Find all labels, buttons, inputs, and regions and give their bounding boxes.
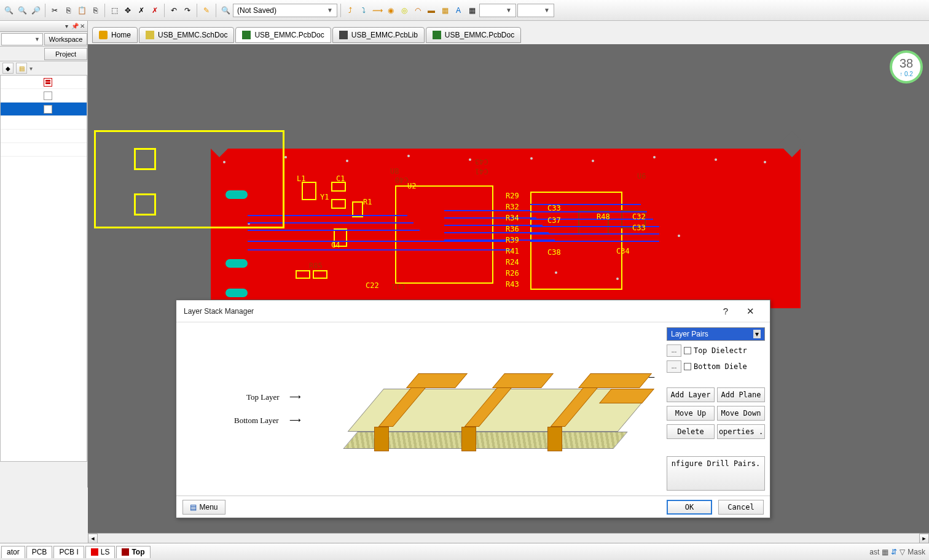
menu-button[interactable]: ▤ Menu xyxy=(182,500,225,515)
tab-ator[interactable]: ator xyxy=(1,546,25,558)
project-button[interactable]: Project xyxy=(44,48,87,60)
configure-drill-pairs-button[interactable]: nfigure Drill Pairs. xyxy=(667,456,765,491)
workspace-button[interactable]: Workspace xyxy=(44,33,87,45)
zoom-fit-icon[interactable]: 🔍 xyxy=(2,4,15,17)
pad xyxy=(225,289,248,297)
schdoc-icon xyxy=(146,31,154,39)
delete-button[interactable]: Delete xyxy=(667,424,715,439)
move-up-button[interactable]: Move Up xyxy=(667,406,715,421)
chevron-down-icon: ▼ xyxy=(327,7,333,14)
stats-badge: 38 ↑ 0.2 xyxy=(890,50,923,84)
scroll-right-button[interactable]: ► xyxy=(919,534,929,543)
updown-icon[interactable]: ⇵ xyxy=(891,548,897,556)
component-icon[interactable]: ▦ xyxy=(466,4,478,17)
workspace-combo[interactable]: ▼ xyxy=(1,33,43,45)
document-tabs: Home USB_EMMC.SchDoc USB_EMMC.PcbDoc USB… xyxy=(92,27,521,43)
paste-icon[interactable]: 📋 xyxy=(76,4,88,17)
pad-icon[interactable]: ◎ xyxy=(398,4,410,17)
duplicate-icon[interactable]: ⎘ xyxy=(89,4,101,17)
clear-icon[interactable]: ✗ xyxy=(149,4,161,17)
tab-pcbdoc-2[interactable]: USB_EMMC.PcbDoc xyxy=(426,27,521,43)
route-icon[interactable]: ⤴ xyxy=(344,4,356,17)
pcbdoc-icon xyxy=(242,31,251,39)
redo-icon[interactable]: ↷ xyxy=(181,4,194,17)
via-icon[interactable]: ◉ xyxy=(385,4,397,17)
ellipsis-button[interactable]: ... xyxy=(667,344,681,357)
home-icon xyxy=(99,31,108,39)
pad xyxy=(225,259,248,268)
scroll-left-button[interactable]: ◄ xyxy=(88,534,98,543)
compile-icon[interactable]: ◆ xyxy=(2,63,14,74)
snippet-combo-text: (Not Saved) xyxy=(237,6,276,15)
help-button[interactable]: ? xyxy=(713,302,738,321)
tree-item[interactable] xyxy=(1,130,87,143)
close-button[interactable]: ✕ xyxy=(738,302,762,321)
layer-tab-top[interactable]: Top xyxy=(116,546,150,558)
select-rect-icon[interactable]: ⬚ xyxy=(108,4,120,17)
tree-item-selected[interactable] xyxy=(1,103,87,116)
zoom-out-icon[interactable]: 🔎 xyxy=(29,4,42,17)
tab-pcb[interactable]: PCB xyxy=(26,546,53,558)
dialog-title-text: Layer Stack Manager xyxy=(184,307,254,316)
horizontal-scrollbar[interactable]: ◄ ► xyxy=(88,533,929,543)
cut-icon[interactable]: ✂ xyxy=(49,4,61,17)
pcb-board: L1 C1 Y1 R1 U2 C4 C22 R85 R29 R32 R34 R3… xyxy=(211,149,801,308)
highlight-icon[interactable]: ✎ xyxy=(200,4,213,17)
panel-header: ▾ 📌 ✕ xyxy=(0,21,87,32)
route-multi-icon[interactable]: ⟿ xyxy=(371,4,383,17)
dialog-footer: ▤ Menu OK Cancel xyxy=(176,496,770,518)
move-icon[interactable]: ✥ xyxy=(122,4,134,17)
layer-combo-2[interactable]: ▼ xyxy=(517,4,554,17)
tab-pcblib[interactable]: USB_EMMC.PcbLib xyxy=(332,27,425,43)
cancel-button[interactable]: Cancel xyxy=(718,500,764,515)
add-layer-button[interactable]: Add Layer xyxy=(667,387,715,402)
route-diff-icon[interactable]: ⤵ xyxy=(358,4,370,17)
tree-item[interactable] xyxy=(1,143,87,157)
zoom-in-icon[interactable]: 🔍 xyxy=(16,4,28,17)
undo-icon[interactable]: ↶ xyxy=(168,4,180,17)
dialog-side-panel: Layer Pairs ▾ ... Top Dielectr ... Botto… xyxy=(667,327,765,491)
close-icon[interactable]: ✕ xyxy=(79,23,85,29)
usb-connector-outline xyxy=(94,130,284,228)
grid-icon[interactable]: ▦ xyxy=(882,548,888,556)
layer-stack-manager-dialog: Layer Stack Manager ? ✕ Top Layer ⟶ Bott… xyxy=(176,300,770,518)
string-icon[interactable]: A xyxy=(452,4,464,17)
properties-button[interactable]: operties . xyxy=(717,424,765,439)
tab-home[interactable]: Home xyxy=(92,27,138,43)
tree-item[interactable] xyxy=(1,116,87,130)
project-tree[interactable] xyxy=(0,75,87,462)
options-icon[interactable]: ▤ xyxy=(16,63,27,74)
top-dielectric-checkbox[interactable] xyxy=(684,347,691,354)
ok-button[interactable]: OK xyxy=(667,500,712,515)
chevron-down-icon: ▾ xyxy=(753,330,761,338)
doc-icon xyxy=(44,105,52,114)
snippet-combo[interactable]: (Not Saved) ▼ xyxy=(233,4,337,17)
chevron-down-icon[interactable]: ▾ xyxy=(63,23,69,29)
menu-icon: ▤ xyxy=(190,503,197,511)
pcbdoc-icon xyxy=(433,31,441,39)
layer-tab-ls[interactable]: LS xyxy=(85,546,116,558)
filter-icon[interactable]: ▽ xyxy=(900,548,905,556)
move-down-button[interactable]: Move Down xyxy=(717,406,765,421)
copy-icon[interactable]: ⎘ xyxy=(62,4,74,17)
tab-pcb-i[interactable]: PCB I xyxy=(53,546,84,558)
tab-pcbdoc-active[interactable]: USB_EMMC.PcbDoc xyxy=(235,27,331,43)
arc-icon[interactable]: ◠ xyxy=(412,4,424,17)
fill-icon[interactable]: ▬ xyxy=(425,4,437,17)
tree-item[interactable] xyxy=(1,89,87,103)
polygon-icon[interactable]: ▦ xyxy=(439,4,451,17)
layer-swatch-icon xyxy=(122,548,129,556)
browse-icon[interactable]: 🔍 xyxy=(219,4,232,17)
tree-item[interactable] xyxy=(1,76,87,89)
doc-icon xyxy=(44,91,52,100)
add-plane-button[interactable]: Add Plane xyxy=(717,387,765,402)
layer-combo-1[interactable]: ▼ xyxy=(479,4,516,17)
bottom-dielectric-checkbox[interactable] xyxy=(684,363,691,370)
deselect-icon[interactable]: ✗ xyxy=(135,4,147,17)
projects-panel: ▾ 📌 ✕ ▼ Workspace Project ◆ ▤ ▾ xyxy=(0,21,88,488)
layer-pairs-combo[interactable]: Layer Pairs ▾ xyxy=(667,327,765,341)
pin-icon[interactable]: 📌 xyxy=(71,23,77,29)
dialog-titlebar[interactable]: Layer Stack Manager ? ✕ xyxy=(176,300,770,322)
ellipsis-button[interactable]: ... xyxy=(667,360,681,373)
tab-schdoc[interactable]: USB_EMMC.SchDoc xyxy=(139,27,234,43)
